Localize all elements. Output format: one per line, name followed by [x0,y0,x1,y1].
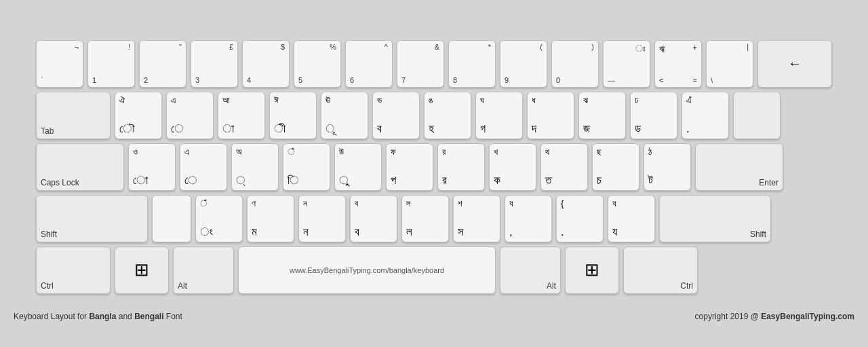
key-1[interactable]: ! 1 [87,40,135,88]
key-space[interactable]: www.EasyBengaliTyping.com/bangla/keyboar… [238,246,496,294]
key-win-right[interactable]: ⊞ [565,246,619,294]
key-shift-left[interactable]: Shift [36,195,148,242]
key-r[interactable]: ঈ ী [269,92,317,139]
key-s[interactable]: এ ে [180,143,227,191]
key-3[interactable]: £ 3 [191,40,238,88]
row-bottom: Ctrl ⊞ Alt www.EasyBengaliTyping.com/ban… [36,246,832,294]
key-5[interactable]: % 5 [294,40,341,88]
key-u[interactable]: ঙ হ [424,92,471,139]
key-v[interactable]: ন ন [298,195,346,242]
key-j[interactable]: র র [437,143,485,191]
key-o[interactable]: ধ দ [527,92,574,139]
footer-left: Keyboard Layout for Bangla and Bengali F… [14,312,182,321]
key-ctrl-left[interactable]: Ctrl [36,246,111,294]
key-6[interactable]: ^ 6 [345,40,393,88]
key-minus[interactable]: ঃ — [603,40,650,88]
key-w[interactable]: এ ে [166,92,214,139]
key-ctrl-right[interactable]: Ctrl [623,246,698,294]
key-n[interactable]: ল ল [401,195,449,242]
row-tab: Tab ঐ ৌ এ ে আ া ঈ ী ঊ ূ ভ ব ঙ হ [36,92,832,139]
key-quote[interactable]: ঠ ট [644,143,691,191]
key-win-left[interactable]: ⊞ [115,246,169,294]
key-7[interactable]: & 7 [397,40,444,88]
key-bracket-right[interactable]: এঁ . [682,92,729,139]
key-a[interactable]: ও ো [128,143,176,191]
key-semicolon[interactable]: ছ চ [592,143,639,191]
key-4[interactable]: $ 4 [242,40,290,88]
key-m[interactable]: শ স [453,195,500,242]
windows-icon-right: ⊞ [585,259,599,280]
key-k[interactable]: খ ক [489,143,536,191]
windows-icon-left: ⊞ [134,259,149,280]
key-0[interactable]: ) 0 [551,40,599,88]
key-backslash[interactable]: | \ [706,40,753,88]
key-comma[interactable]: য , [505,195,552,242]
key-i[interactable]: ঘ গ [475,92,523,139]
key-f[interactable]: ঁ ি [283,143,330,191]
footer: Keyboard Layout for Bangla and Bengali F… [0,308,868,321]
key-backspace[interactable]: ← [757,40,832,88]
key-h[interactable]: ফ প [386,143,433,191]
key-blank [733,92,781,139]
key-equals[interactable]: ঋ + < = [654,40,702,88]
key-g[interactable]: উ ু [334,143,382,191]
key-x[interactable]: ঁ ং [195,195,243,242]
key-alt-right[interactable]: Alt [500,246,561,294]
key-enter[interactable]: Enter [695,143,783,191]
footer-right: copyright 2019 @ EasyBengaliTyping.com [695,312,854,321]
key-bracket-left[interactable]: ঢ ড [630,92,677,139]
key-c[interactable]: ণ ম [247,195,294,242]
key-tab[interactable]: Tab [36,92,111,139]
key-q[interactable]: ঐ ৌ [115,92,162,139]
row-numbers: ¬ ` ! 1 " 2 £ 3 $ 4 % 5 ^ 6 & 7 [36,40,832,88]
row-shift: Shift ঁ ং ণ ম ন ন ব ব ল ল শ স য , [36,195,832,242]
key-e[interactable]: আ া [218,92,265,139]
key-shift-right[interactable]: Shift [659,195,771,242]
key-p[interactable]: ঝ জ [578,92,626,139]
key-b[interactable]: ব ব [350,195,397,242]
capslock-label: Caps Lock [41,178,79,187]
key-8[interactable]: * 8 [448,40,496,88]
key-t[interactable]: ঊ ূ [321,92,368,139]
key-backtick[interactable]: ¬ ` [36,40,83,88]
key-2[interactable]: " 2 [139,40,186,88]
key-l[interactable]: থ ত [540,143,588,191]
row-caps: Caps Lock ও ো এ ে অ ্ ঁ ি উ ু ফ প র র [36,143,832,191]
key-period[interactable]: { . [556,195,604,242]
key-capslock[interactable]: Caps Lock [36,143,124,191]
key-d[interactable]: অ ্ [231,143,279,191]
key-alt-left[interactable]: Alt [173,246,234,294]
key-y[interactable]: ভ ব [372,92,420,139]
keyboard: ¬ ` ! 1 " 2 £ 3 $ 4 % 5 ^ 6 & 7 [22,26,846,308]
key-9[interactable]: ( 9 [500,40,547,88]
key-z[interactable] [152,195,191,242]
key-slash[interactable]: য য [608,195,655,242]
